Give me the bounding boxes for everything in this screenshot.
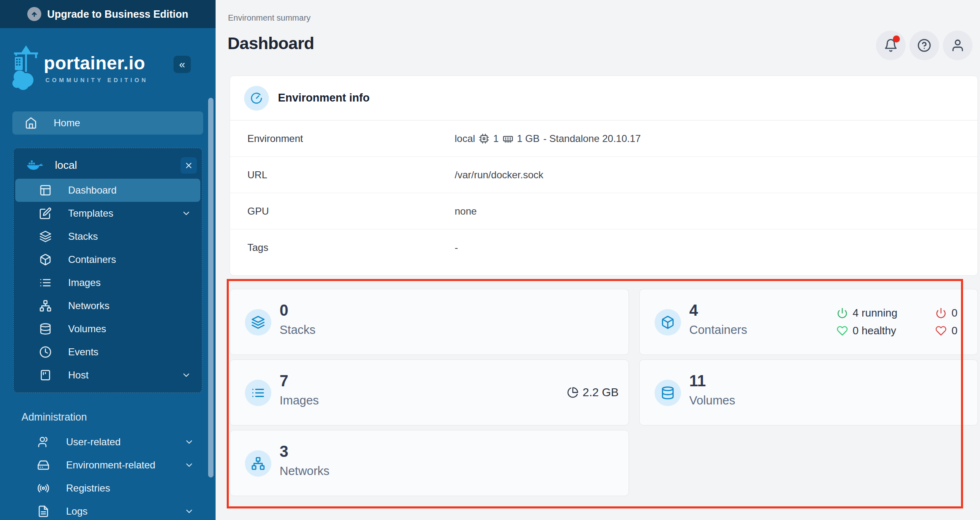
memory-amount: 1 GB [517,133,540,144]
row-label: GPU [247,206,269,217]
sidebar-item-logs[interactable]: Logs [12,500,203,520]
upgrade-banner[interactable]: Upgrade to Business Edition [0,0,216,28]
running-count: 4 running [853,307,897,319]
images-size: 2.2 GB [567,360,619,425]
file-text-icon [37,505,50,518]
page-title: Dashboard [228,34,314,53]
breadcrumb[interactable]: Environment summary [228,13,311,23]
volumes-card[interactable]: 11 Volumes [639,359,978,425]
containers-label: Containers [689,321,747,339]
brand-edition: COMMUNITY EDITION [45,77,148,83]
networks-count: 3 [280,441,330,462]
hard-drive-icon [37,459,50,471]
cpu-icon [479,133,489,144]
environment-header[interactable]: local [15,151,200,179]
row-value: /var/run/docker.sock [455,169,543,181]
environment-name-value: local [455,133,475,144]
sidebar-item-events[interactable]: Events [15,340,200,364]
sidebar-item-label: Environment-related [66,459,155,471]
chevron-down-icon [184,506,194,516]
sidebar-item-home[interactable]: Home [12,111,203,135]
sidebar-item-label: Events [68,346,98,358]
radio-icon [37,482,50,494]
gauge-icon [244,86,269,111]
chevron-down-icon [184,437,194,447]
administration-menu: User-related Environment-related Registr [12,430,203,520]
heart-icon [837,325,848,336]
sidebar: Upgrade to Business Edition portainer.io [0,0,216,520]
gpu-row: GPU none [230,193,978,229]
sidebar-item-label: Home [54,117,80,129]
volumes-count: 11 [689,371,735,391]
sidebar-item-images[interactable]: Images [15,271,200,294]
sidebar-item-environment-related[interactable]: Environment-related [12,454,203,477]
row-value: local 1 1 GB - Standalone 20.10.17 [455,133,641,144]
chevron-down-icon [181,208,191,218]
sidebar-item-volumes[interactable]: Volumes [15,317,200,340]
help-circle-icon [917,38,931,52]
box-icon [655,309,681,336]
sidebar-item-label: Templates [68,208,113,219]
arrow-up-circle-icon [27,7,41,21]
tags-row: Tags - [230,229,978,263]
stacks-label: Stacks [280,321,316,339]
unhealthy-count: 0 [952,324,957,337]
sidebar-collapse-button[interactable]: « [173,56,191,73]
sidebar-item-containers[interactable]: Containers [15,248,200,271]
containers-card[interactable]: 4 Containers 4 running [639,289,978,355]
clock-icon [39,346,52,358]
heart-icon [935,325,947,336]
unhealthy-status: 0 [935,324,978,337]
list-icon [245,380,271,406]
sidebar-item-host[interactable]: Host [15,364,200,387]
cpu-count: 1 [493,133,498,144]
row-value: none [455,206,477,217]
close-icon [184,161,193,170]
dashboard-icon [39,184,52,196]
notification-badge [893,35,900,43]
chevron-down-icon [181,370,191,380]
edit-icon [39,207,52,220]
sidebar-item-stacks[interactable]: Stacks [15,225,200,248]
sidebar-item-label: Host [68,369,88,381]
brand: portainer.io COMMUNITY EDITION « [12,45,203,94]
sidebar-item-networks[interactable]: Networks [15,294,200,317]
sidebar-item-label: Containers [68,254,116,265]
running-status: 4 running [837,307,897,319]
networks-label: Networks [280,462,330,480]
sidebar-item-label: Images [68,277,101,288]
upgrade-banner-label: Upgrade to Business Edition [47,8,188,20]
docker-whale-icon [26,158,43,172]
containers-count: 4 [689,300,747,321]
environment-info-header: Environment info [230,76,978,121]
environment-close-button[interactable] [180,157,197,174]
sidebar-item-label: Dashboard [68,184,116,196]
stopped-count: 0 [952,307,957,319]
sidebar-item-templates[interactable]: Templates [15,202,200,225]
networks-card[interactable]: 3 Networks [230,430,629,496]
sidebar-item-label: Stacks [68,231,98,242]
sidebar-item-dashboard[interactable]: Dashboard [15,179,200,202]
notifications-button[interactable] [876,31,906,60]
pie-chart-icon [567,387,579,398]
healthy-status: 0 healthy [837,324,897,337]
images-size-value: 2.2 GB [583,386,619,399]
images-label: Images [280,391,319,409]
home-icon [25,117,37,129]
user-menu-button[interactable] [943,31,973,60]
row-value: - [455,242,458,253]
chevron-down-icon [184,460,194,470]
dashboard-stats-grid: 0 Stacks 4 Containers [230,289,978,496]
url-row: URL /var/run/docker.sock [230,157,978,193]
sidebar-item-label: Networks [68,300,109,312]
row-label: Tags [247,242,268,253]
users-icon [37,436,50,448]
sidebar-scrollbar[interactable] [208,98,214,477]
environment-block: local Dashboard Templates [13,148,202,393]
sidebar-item-user-related[interactable]: User-related [12,430,203,454]
stacks-card[interactable]: 0 Stacks [230,289,629,355]
images-card[interactable]: 7 Images 2.2 GB [230,359,629,425]
network-icon [245,450,271,477]
help-button[interactable] [909,31,939,60]
sidebar-item-registries[interactable]: Registries [12,477,203,500]
